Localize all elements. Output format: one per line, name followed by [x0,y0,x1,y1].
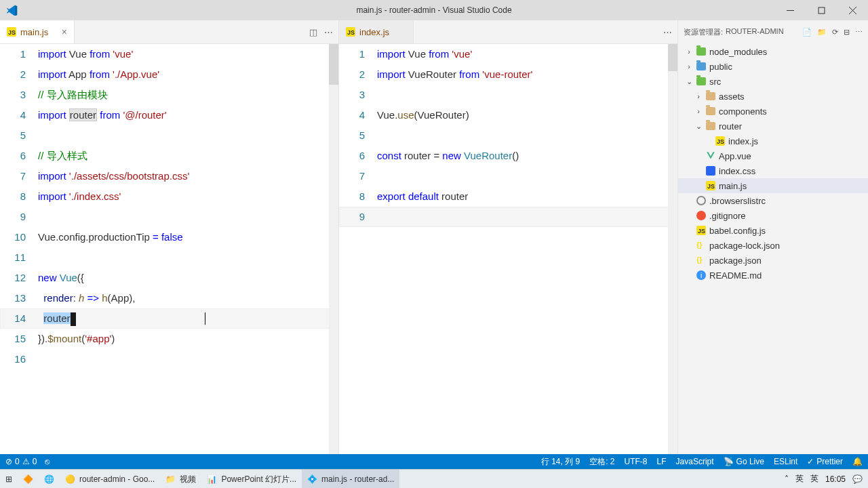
code-line[interactable]: 10Vue.config.productionTip = false [0,227,338,247]
line-content[interactable]: import Vue from 'vue' [377,44,472,64]
status-encoding[interactable]: UTF-8 [625,457,648,466]
status-ln-col[interactable]: 行 14, 列 9 [541,456,580,468]
tree-item-app-vue[interactable]: App.vue [678,148,868,163]
status-eslint[interactable]: ESLint [774,457,797,466]
tree-item-index-css[interactable]: index.css [678,163,868,178]
code-line[interactable]: 1import Vue from 'vue' [339,44,677,64]
new-folder-icon[interactable]: 📁 [817,28,827,37]
tree-item-public[interactable]: ›public [678,59,868,74]
file-tree[interactable]: ›node_modules›public⌄src›assets›componen… [678,44,868,454]
code-line[interactable]: 2import VueRouter from 'vue-router' [339,64,677,85]
line-content[interactable]: router [38,308,76,329]
code-line[interactable]: 5 [339,125,677,146]
code-line[interactable]: 9 [339,207,677,227]
code-editor-right[interactable]: 1import Vue from 'vue'2import VueRouter … [339,44,677,454]
code-line[interactable]: 6// 导入样式 [0,146,338,166]
line-content[interactable]: }).$mount('#app') [38,329,115,349]
status-notifications-icon[interactable]: 🔔 [852,457,863,466]
close-tab-icon[interactable]: × [62,26,67,37]
status-lang[interactable]: JavaScript [676,457,714,466]
chevron-icon[interactable]: › [685,47,693,56]
taskbar-item[interactable]: 📁视频 [160,470,201,488]
tree-item-src[interactable]: ⌄src [678,74,868,89]
minimize-button[interactable] [774,0,806,20]
line-content[interactable]: const router = new VueRouter() [377,146,519,166]
tree-item-router[interactable]: ⌄router [678,119,868,134]
line-content[interactable]: import './index.css' [38,186,121,207]
new-file-icon[interactable]: 📄 [802,28,812,37]
chevron-icon[interactable]: ⌄ [685,77,693,86]
close-button[interactable] [837,0,868,20]
tray-notifications-icon[interactable]: 💬 [852,474,863,484]
line-content[interactable]: new Vue({ [38,268,84,288]
line-content[interactable]: import VueRouter from 'vue-router' [377,64,532,85]
more-icon[interactable]: ⋯ [855,28,863,37]
tree-item-main-js[interactable]: JSmain.js [678,178,868,193]
taskbar-item[interactable]: 📊PowerPoint 幻灯片... [201,470,302,488]
status-golive[interactable]: 📡 Go Live [724,457,764,466]
code-line[interactable]: 1import Vue from 'vue' [0,44,338,64]
taskbar-item[interactable]: 💠main.js - router-ad... [302,470,399,488]
code-line[interactable]: 9 [0,207,338,227]
tree-item-node-modules[interactable]: ›node_modules [678,44,868,59]
code-line[interactable]: 6const router = new VueRouter() [339,146,677,166]
code-line[interactable]: 13 render: h => h(App), [0,288,338,308]
tree-item-components[interactable]: ›components [678,104,868,119]
line-content[interactable]: // 导入路由模块 [38,85,108,105]
tree-item-assets[interactable]: ›assets [678,89,868,104]
split-editor-icon[interactable]: ◫ [309,27,317,37]
code-line[interactable]: 7import './assets/css/bootstrap.css' [0,166,338,186]
code-line[interactable]: 2import App from './App.vue' [0,64,338,85]
tree-item-package-json[interactable]: {}package.json [678,253,868,268]
refresh-icon[interactable]: ⟳ [832,28,838,37]
minimap-right[interactable] [668,44,677,454]
collapse-all-icon[interactable]: ⊟ [844,28,850,37]
code-line[interactable]: 4import router from '@/router' [0,105,338,125]
line-content[interactable]: export default router [377,186,468,207]
code-line[interactable]: 15}).$mount('#app') [0,329,338,349]
code-line[interactable]: 16 [0,349,338,369]
tree-item--browserslistrc[interactable]: .browserslistrc [678,193,868,208]
system-tray[interactable]: ˄ 英 英 16:05 💬 [785,473,868,485]
taskbar-item[interactable]: 🌐 [39,470,60,488]
tree-item--gitignore[interactable]: .gitignore [678,208,868,223]
status-prettier[interactable]: ✓ Prettier [807,457,843,466]
chevron-icon[interactable]: › [694,107,703,115]
tree-item-readme-md[interactable]: iREADME.md [678,268,868,283]
code-line[interactable]: 4Vue.use(VueRouter) [339,105,677,125]
status-port-icon[interactable]: ⎋ [45,457,50,466]
chevron-icon[interactable]: ⌄ [694,122,703,131]
code-line[interactable]: 3 [339,85,677,105]
chevron-icon[interactable]: › [685,62,693,70]
code-line[interactable]: 11 [0,247,338,268]
tab-main-js[interactable]: JS main.js × [0,20,75,43]
line-content[interactable]: // 导入样式 [38,146,87,166]
tray-ime[interactable]: 英 [795,473,804,485]
taskbar-item[interactable]: 🟡router-admin - Goo... [60,470,160,488]
tree-item-index-js[interactable]: JSindex.js [678,134,868,148]
code-line[interactable]: 8export default router [339,186,677,207]
tree-item-babel-config-js[interactable]: JSbabel.config.js [678,223,868,238]
minimap-left[interactable] [329,44,338,454]
code-line[interactable]: 8import './index.css' [0,186,338,207]
tree-item-package-lock-json[interactable]: {}package-lock.json [678,238,868,253]
taskbar-item[interactable]: 🔶 [18,470,39,488]
code-line[interactable]: 3// 导入路由模块 [0,85,338,105]
maximize-button[interactable] [806,0,837,20]
taskbar-item[interactable]: ⊞ [0,470,18,488]
status-eol[interactable]: LF [657,457,667,466]
tab-index-js[interactable]: JS index.js × [339,20,414,43]
line-content[interactable]: Vue.config.productionTip = false [38,227,183,247]
line-content[interactable]: import router from '@/router' [38,105,167,125]
line-content[interactable]: import Vue from 'vue' [38,44,133,64]
status-errors[interactable]: ⊘ 0 ⚠ 0 [5,457,37,466]
more-actions-icon[interactable]: ⋯ [663,27,672,37]
tray-time[interactable]: 16:05 [825,474,846,484]
code-editor-left[interactable]: 1import Vue from 'vue'2import App from '… [0,44,338,454]
status-spaces[interactable]: 空格: 2 [589,456,614,468]
code-line[interactable]: 12new Vue({ [0,268,338,288]
more-actions-icon[interactable]: ⋯ [324,27,333,37]
code-line[interactable]: 7 [339,166,677,186]
code-line[interactable]: 14 router [0,308,338,329]
chevron-icon[interactable]: › [694,92,703,100]
